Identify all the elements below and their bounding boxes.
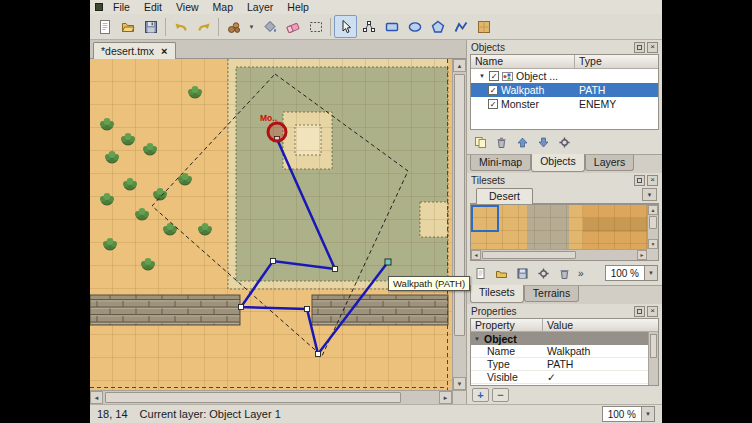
- tileset-vscroll-thumb[interactable]: [649, 216, 657, 229]
- tab-objects[interactable]: Objects: [531, 154, 585, 172]
- tileset-hscroll-thumb[interactable]: [482, 251, 576, 259]
- tileset-zoom-combo[interactable]: 100 % ▼: [605, 265, 658, 281]
- remove-property-button[interactable]: −: [492, 388, 509, 402]
- tab-close-icon[interactable]: ×: [161, 46, 167, 56]
- selected-vertex-handle[interactable]: [385, 259, 391, 265]
- insert-polyline-button[interactable]: [449, 15, 472, 38]
- menu-view[interactable]: View: [169, 0, 206, 14]
- property-row-name[interactable]: Name Walkpath: [471, 345, 658, 358]
- tilesets-dock-close-button[interactable]: ×: [647, 175, 658, 186]
- zoom-combo[interactable]: 100 % ▼: [602, 406, 655, 422]
- undo-button[interactable]: [169, 15, 192, 38]
- properties-scrollbar[interactable]: [648, 332, 658, 385]
- walkpath-checkbox[interactable]: ✓: [488, 85, 498, 95]
- property-group-object[interactable]: ▼ Object: [471, 332, 658, 345]
- stamp-options-button[interactable]: ▼: [245, 15, 258, 38]
- add-property-button[interactable]: +: [472, 388, 489, 402]
- bucket-fill-button[interactable]: [258, 15, 281, 38]
- expander-icon[interactable]: ▼: [473, 336, 481, 342]
- property-row-visible[interactable]: Visible ✓: [471, 371, 658, 384]
- scroll-right-arrow[interactable]: ►: [637, 250, 647, 260]
- column-property[interactable]: Property: [471, 319, 543, 331]
- scroll-left-arrow[interactable]: ◄: [471, 250, 481, 260]
- map-horizontal-scrollbar[interactable]: ◄ ►: [90, 390, 452, 404]
- vertical-scroll-track[interactable]: [453, 72, 466, 377]
- dropdown-arrow-icon[interactable]: ▼: [641, 407, 654, 421]
- save-map-button[interactable]: [139, 15, 162, 38]
- property-visible-checkbox[interactable]: ✓: [543, 371, 658, 383]
- eraser-button[interactable]: [281, 15, 304, 38]
- property-name-value[interactable]: Walkpath: [543, 345, 658, 357]
- column-type[interactable]: Type: [575, 55, 658, 68]
- new-tileset-button[interactable]: [471, 264, 490, 283]
- property-type-value[interactable]: PATH: [543, 358, 658, 370]
- scroll-down-arrow[interactable]: ▼: [648, 239, 658, 249]
- object-row-monster[interactable]: ✓ Monster ENEMY: [471, 97, 658, 111]
- scroll-up-arrow[interactable]: ▲: [648, 205, 658, 215]
- vertical-scroll-thumb[interactable]: [454, 74, 465, 336]
- properties-scroll-thumb[interactable]: [650, 334, 657, 358]
- properties-dock-float-button[interactable]: [634, 306, 645, 317]
- menu-edit[interactable]: Edit: [137, 0, 169, 14]
- lower-objects-button[interactable]: [534, 133, 553, 152]
- export-tileset-button[interactable]: [513, 264, 532, 283]
- open-map-button[interactable]: [116, 15, 139, 38]
- objects-tree-header[interactable]: Name Type: [471, 55, 658, 69]
- object-group-checkbox[interactable]: ✓: [489, 71, 499, 81]
- scroll-right-arrow[interactable]: ►: [439, 391, 452, 404]
- monster-object-marker[interactable]: [268, 123, 286, 141]
- tab-desert-tileset[interactable]: Desert: [476, 188, 533, 204]
- insert-polygon-button[interactable]: [426, 15, 449, 38]
- map-canvas[interactable]: Mo..: [90, 59, 452, 390]
- import-tileset-button[interactable]: [492, 264, 511, 283]
- properties-dock-close-button[interactable]: ×: [647, 306, 658, 317]
- scroll-up-arrow[interactable]: ▲: [453, 59, 466, 72]
- object-properties-button[interactable]: [555, 133, 574, 152]
- objects-dock-close-button[interactable]: ×: [647, 42, 658, 53]
- menu-file[interactable]: File: [106, 0, 137, 14]
- tileset-horizontal-scrollbar[interactable]: ◄ ►: [471, 249, 647, 260]
- insert-rectangle-button[interactable]: [380, 15, 403, 38]
- horizontal-scroll-thumb[interactable]: [105, 392, 401, 403]
- insert-tile-button[interactable]: [472, 15, 495, 38]
- tileset-properties-button[interactable]: [534, 264, 553, 283]
- toolbar-overflow-icon[interactable]: »: [576, 268, 586, 279]
- tab-tilesets[interactable]: Tilesets: [470, 285, 524, 303]
- duplicate-objects-button[interactable]: [471, 133, 490, 152]
- map-vertical-scrollbar[interactable]: ▲ ▼: [452, 59, 466, 390]
- scroll-down-arrow[interactable]: ▼: [453, 377, 466, 390]
- dropdown-arrow-icon[interactable]: ▼: [644, 266, 657, 280]
- tileset-vertical-scrollbar[interactable]: ▲ ▼: [647, 205, 658, 249]
- column-value[interactable]: Value: [543, 319, 658, 331]
- remove-tileset-button[interactable]: [555, 264, 574, 283]
- menu-layer[interactable]: Layer: [240, 0, 280, 14]
- menu-map[interactable]: Map: [206, 0, 240, 14]
- redo-button[interactable]: [192, 15, 215, 38]
- edit-polygons-button[interactable]: [357, 15, 380, 38]
- tab-terrains[interactable]: Terrains: [524, 286, 579, 302]
- property-row-type[interactable]: Type PATH: [471, 358, 658, 371]
- tab-layers[interactable]: Layers: [585, 155, 635, 171]
- raise-objects-button[interactable]: [513, 133, 532, 152]
- menu-help[interactable]: Help: [280, 0, 316, 14]
- expander-icon[interactable]: ▼: [478, 73, 486, 79]
- remove-objects-button[interactable]: [492, 133, 511, 152]
- new-map-button[interactable]: [93, 15, 116, 38]
- object-row-walkpath[interactable]: ✓ Walkpath PATH: [471, 83, 658, 97]
- tab-mini-map[interactable]: Mini-map: [470, 155, 531, 171]
- scroll-left-arrow[interactable]: ◄: [90, 391, 103, 404]
- properties-header[interactable]: Property Value: [471, 319, 658, 332]
- insert-ellipse-button[interactable]: [403, 15, 426, 38]
- object-group-row[interactable]: ▼ ✓ Object ...: [471, 69, 658, 83]
- tab-desert-tmx[interactable]: *desert.tmx ×: [93, 42, 176, 59]
- tileset-image[interactable]: [471, 205, 647, 249]
- objects-dock-float-button[interactable]: [634, 42, 645, 53]
- tileset-list-dropdown[interactable]: ▼: [642, 188, 657, 201]
- select-objects-button[interactable]: [334, 15, 357, 38]
- tileset-view[interactable]: ▲ ▼ ◄ ►: [470, 204, 659, 261]
- stamp-brush-button[interactable]: [222, 15, 245, 38]
- rectangular-select-button[interactable]: [304, 15, 327, 38]
- column-name[interactable]: Name: [471, 55, 575, 68]
- tilesets-dock-float-button[interactable]: [634, 175, 645, 186]
- monster-checkbox[interactable]: ✓: [488, 99, 498, 109]
